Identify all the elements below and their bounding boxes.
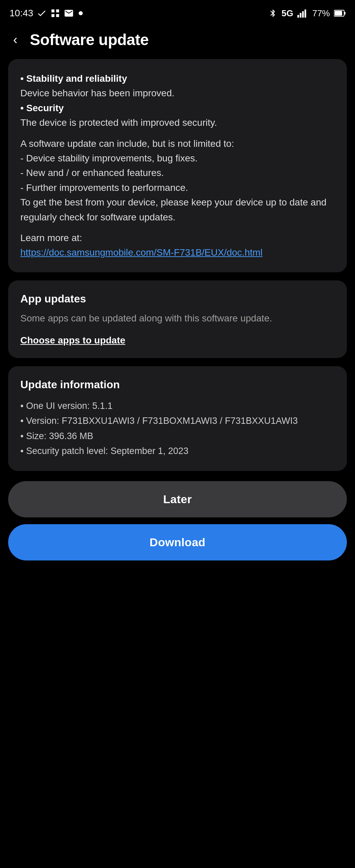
app-updates-desc: Some apps can be updated along with this… xyxy=(20,311,335,326)
status-bar: 10:43 5G 77% xyxy=(0,0,355,24)
download-button[interactable]: Download xyxy=(8,524,347,560)
size-info: • Size: 396.36 MB xyxy=(20,429,335,444)
signal-bars-icon xyxy=(297,9,308,18)
grid-icon xyxy=(50,8,60,18)
bullet1-desc: Device behavior has been improved. xyxy=(20,86,335,100)
security-patch: • Security patch level: September 1, 202… xyxy=(20,443,335,459)
check-icon xyxy=(37,8,47,18)
svg-rect-6 xyxy=(344,12,346,15)
header: ‹ Software update xyxy=(0,24,355,59)
buttons-section: Later Download xyxy=(0,471,355,577)
general-intro: A software update can include, but is no… xyxy=(20,136,335,151)
battery-icon xyxy=(334,9,346,17)
svg-rect-3 xyxy=(304,9,306,18)
update-notes-card: • Stability and reliability Device behav… xyxy=(8,59,347,272)
bullet2-desc: The device is protected with improved se… xyxy=(20,115,335,130)
version-string: • Version: F731BXXU1AWI3 / F731BOXM1AWI3… xyxy=(20,413,335,429)
bullet1-title: • Stability and reliability xyxy=(20,73,127,84)
item1: - Device stability improvements, bug fix… xyxy=(20,151,335,165)
back-chevron-icon: ‹ xyxy=(13,33,18,46)
signal-label: 5G xyxy=(281,8,293,19)
update-info-title: Update information xyxy=(20,378,335,391)
bullet2-title: • Security xyxy=(20,103,64,113)
bluetooth-icon xyxy=(269,8,277,18)
choose-apps-link[interactable]: Choose apps to update xyxy=(20,335,335,346)
learn-more-link[interactable]: https://doc.samsungmobile.com/SM-F731B/E… xyxy=(20,247,262,258)
update-notes-text: • Stability and reliability Device behav… xyxy=(20,71,335,260)
learn-more-label: Learn more at: xyxy=(20,231,335,245)
one-ui-version: • One UI version: 5.1.1 xyxy=(20,398,335,414)
status-right: 5G 77% xyxy=(269,8,346,19)
later-button[interactable]: Later xyxy=(8,481,347,517)
app-updates-title: App updates xyxy=(20,293,335,305)
back-button[interactable]: ‹ xyxy=(7,31,24,48)
svg-rect-5 xyxy=(335,11,342,16)
mail-icon xyxy=(64,8,74,18)
svg-rect-2 xyxy=(302,11,304,18)
notification-dot xyxy=(79,11,83,15)
item3: - Further improvements to performance. xyxy=(20,180,335,195)
update-info-items: • One UI version: 5.1.1 • Version: F731B… xyxy=(20,398,335,459)
svg-rect-0 xyxy=(297,15,299,18)
update-info-card: Update information • One UI version: 5.1… xyxy=(8,366,347,471)
item2: - New and / or enhanced features. xyxy=(20,165,335,180)
svg-rect-1 xyxy=(300,13,301,18)
status-left: 10:43 xyxy=(9,8,83,19)
app-updates-card: App updates Some apps can be updated alo… xyxy=(8,280,347,358)
page-title: Software update xyxy=(30,31,149,49)
main-content: • Stability and reliability Device behav… xyxy=(0,59,355,471)
footer-text: To get the best from your device, please… xyxy=(20,195,335,224)
time-display: 10:43 xyxy=(9,8,33,19)
battery-label: 77% xyxy=(312,8,330,19)
